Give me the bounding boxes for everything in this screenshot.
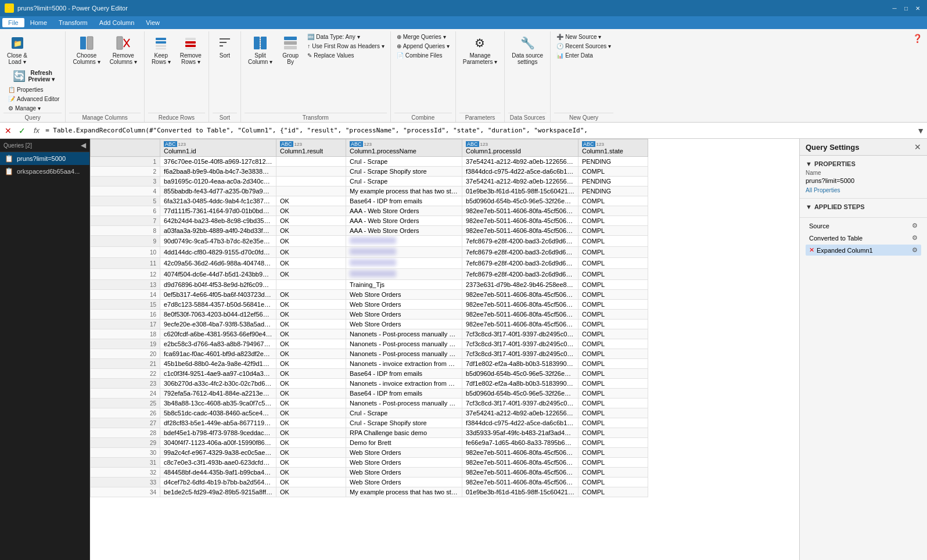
table-row[interactable]: 13d9d76896-b04f-4f53-8e9d-b2f6c092e64dTr… xyxy=(91,280,648,290)
table-row[interactable]: 124074f504-dc6e-44d7-b5d1-243bb94717ffOK… xyxy=(91,269,648,280)
title-bar-controls[interactable]: ─ □ ✕ xyxy=(890,3,922,13)
table-row[interactable]: 2f6a2baa8-b9e9-4b0a-b4c7-3e3838e2a7eeCru… xyxy=(91,167,648,177)
table-row[interactable]: 4855babdb-fe43-4d77-a235-0b79a9b19b6fMy … xyxy=(91,186,648,196)
step-source[interactable]: Source ⚙ xyxy=(806,220,921,231)
table-row[interactable]: 18c620fcdf-a6be-4381-9563-66ef90e408d6OK… xyxy=(91,329,648,339)
cell-id: 4dd144dc-cf80-4829-9155-d70c0fdeaf65 xyxy=(160,247,276,258)
left-panel-collapse-button[interactable]: ◀ xyxy=(81,141,86,149)
table-row[interactable]: 20fca691ac-f0ac-4601-bf9d-a823df2e166cOK… xyxy=(91,349,648,359)
menu-home[interactable]: Home xyxy=(24,18,53,27)
table-row[interactable]: 2145b1be6d-88b0-4e2a-9a8e-42f9d179c92aOK… xyxy=(91,359,648,369)
remove-rows-button[interactable]: RemoveRows ▾ xyxy=(177,33,205,67)
step-converted[interactable]: Converted to Table ⚙ xyxy=(806,232,921,243)
data-type-button[interactable]: 🔤 Data Type: Any ▾ xyxy=(305,33,386,41)
table-row[interactable]: 140ef5b317-4e66-4f05-ba6f-f403723d9f6eOK… xyxy=(91,290,648,300)
table-row[interactable]: 23306b270d-a33c-4fc2-b30c-02c7bd6a2405OK… xyxy=(91,379,648,389)
cell-processname: CruI - Scrape xyxy=(346,408,462,418)
table-row[interactable]: 677d111f5-7361-4164-97d0-01b0bd9cefc1OKA… xyxy=(91,206,648,216)
table-row[interactable]: 56fa321a3-0485-4ddc-9ab4-fc1c387153cbOKB… xyxy=(91,196,648,206)
append-queries-button[interactable]: ⊕ Append Queries ▾ xyxy=(394,42,452,51)
table-row[interactable]: 1142c09a56-36d2-46d6-988a-4047486dc6d7OK… xyxy=(91,258,648,269)
table-row[interactable]: 7642b24d4-ba23-48eb-8c98-c9bd35211d0aOKA… xyxy=(91,216,648,226)
split-column-button[interactable]: SplitColumn ▾ xyxy=(245,33,276,67)
help-button[interactable]: ❓ xyxy=(908,31,927,122)
recent-sources-button[interactable]: 🕐 Recent Sources ▾ xyxy=(554,42,613,51)
cell-result: OK xyxy=(276,369,346,379)
table-row[interactable]: 31c8c7e0e3-c3f1-493b-aae0-623dcfddcbc8OK… xyxy=(91,458,648,468)
data-grid-container[interactable]: ABC123 Column1.id ABC123 Column1.result xyxy=(90,139,799,560)
col-header-processname[interactable]: ABC123 Column1.processName xyxy=(346,139,462,157)
table-row[interactable]: 168e0f530f-7063-4203-b044-d12ef568210OKW… xyxy=(91,310,648,320)
minimize-button[interactable]: ─ xyxy=(890,3,899,13)
combine-sub-buttons: ⊕ Merge Queries ▾ ⊕ Append Queries ▾ 📄 C… xyxy=(394,33,452,60)
cell-processname: Web Store Orders xyxy=(346,458,462,468)
table-row[interactable]: 8a03faa3a-92bb-4889-a4f0-24bd33f5a248OKA… xyxy=(91,226,648,236)
advanced-editor-button[interactable]: 📝 Advanced Editor xyxy=(6,95,62,103)
col-header-result[interactable]: ABC123 Column1.result xyxy=(276,139,346,157)
cell-id: d9d76896-b04f-4f53-8e9d-b2f6c092e64d xyxy=(160,280,276,290)
query-item-0[interactable]: 📋 pruns?limit=5000 xyxy=(0,152,89,165)
combine-files-button[interactable]: 📄 Combine Files xyxy=(394,51,452,60)
table-row[interactable]: 24792efa5a-7612-4b41-884e-a2213e43b61eOK… xyxy=(91,389,648,399)
col-header-state[interactable]: ABC123 Column1.state xyxy=(579,139,648,157)
table-row[interactable]: 3099a2c4cf-e967-4329-9a38-ec0c5ae3750dOK… xyxy=(91,448,648,458)
table-row[interactable]: 34be1de2c5-fd29-49a2-89b5-9215a8ff4203OK… xyxy=(91,487,648,497)
name-value[interactable]: pruns?limit=5000 xyxy=(806,177,921,184)
menu-transform[interactable]: Transform xyxy=(53,18,94,27)
table-row[interactable]: 104dd144dc-cf80-4829-9155-d70c0fdeaf65OK… xyxy=(91,247,648,258)
sort-button[interactable]: Sort xyxy=(213,33,237,61)
table-row[interactable]: 33d4cef7b2-6dfd-4b19-b7bb-ba2d5640c3b1OK… xyxy=(91,478,648,487)
cell-processname: Nanonets - Post-process manually verifie… xyxy=(346,339,462,349)
cell-id: 77d111f5-7361-4164-97d0-01b0bd9cefc1 xyxy=(160,206,276,216)
menu-add-column[interactable]: Add Column xyxy=(94,18,141,27)
new-source-button[interactable]: ➕ New Source ▾ xyxy=(554,33,613,41)
formula-expand-button[interactable]: ▼ xyxy=(917,126,925,135)
replace-values-button[interactable]: ✎ Replace Values xyxy=(305,51,386,60)
formula-close-button[interactable]: ✕ xyxy=(2,126,14,135)
use-first-row-button[interactable]: ↑ Use First Row as Headers ▾ xyxy=(305,42,386,51)
menu-file[interactable]: File xyxy=(2,18,24,27)
all-properties-link[interactable]: All Properties xyxy=(806,187,840,193)
table-row[interactable]: 179ecfe20e-e308-4ba7-93f8-538a5ad5fe27OK… xyxy=(91,320,648,329)
right-panel-close-button[interactable]: ✕ xyxy=(914,142,921,152)
step-source-gear[interactable]: ⚙ xyxy=(912,222,918,229)
step-expanded[interactable]: ✕ Expanded Column1 ⚙ xyxy=(806,245,921,256)
col-header-processid[interactable]: ABC123 Column1.processId xyxy=(462,139,579,157)
query-item-1[interactable]: 📋 orkspacesd6b65aa4... xyxy=(0,165,89,178)
cell-processname: Base64 - IDP from emails xyxy=(346,389,462,399)
table-row[interactable]: 32484458bf-de44-435b-9af1-b99cba428eacOK… xyxy=(91,468,648,478)
properties-button[interactable]: 📋 Properties xyxy=(6,85,62,94)
enter-data-button[interactable]: 📊 Enter Data xyxy=(554,51,613,60)
close-load-button[interactable]: 📁 Close &Load ▾ xyxy=(3,33,31,67)
col-header-id[interactable]: ABC123 Column1.id xyxy=(160,139,276,157)
table-row[interactable]: 990d0749c-9ca5-47b3-b7dc-82e35e115e69OK7… xyxy=(91,236,648,247)
merge-queries-button[interactable]: ⊕ Merge Queries ▾ xyxy=(394,33,452,41)
choose-columns-button[interactable]: ChooseColumns ▾ xyxy=(69,33,103,67)
table-row[interactable]: 1376c70ee-015e-40f8-a969-127c812f98bcCru… xyxy=(91,157,648,167)
manage-params-button[interactable]: ⚙ ManageParameters ▾ xyxy=(459,33,501,67)
table-row[interactable]: 28bdef45e1-b798-4f73-9788-9ceddacd0a43OK… xyxy=(91,428,648,438)
remove-columns-button[interactable]: RemoveColumns ▾ xyxy=(106,33,141,67)
table-row[interactable]: 293040f4f7-1123-406a-a00f-15990f860996OK… xyxy=(91,438,648,448)
refresh-preview-button[interactable]: 🔄 RefreshPreview ▾ xyxy=(6,67,62,85)
table-row[interactable]: 265b8c51dc-cadc-4038-8460-ac5ce4e8c6b5OK… xyxy=(91,408,648,418)
step-converted-gear[interactable]: ⚙ xyxy=(912,234,918,242)
use-first-row-label: Use First Row as Headers ▾ xyxy=(312,43,384,49)
ribbon-group-transform: SplitColumn ▾ GroupBy 🔤 Data Type: Any ▾… xyxy=(241,31,391,122)
formula-input[interactable]: = Table.ExpandRecordColumn(#"Converted t… xyxy=(45,127,914,134)
menu-view[interactable]: View xyxy=(140,18,166,27)
formula-check-button[interactable]: ✓ xyxy=(16,126,28,135)
data-source-settings-button[interactable]: 🔧 Data sourcesettings xyxy=(508,33,547,67)
table-row[interactable]: 22c1c0f3f4-9251-4ae9-aa97-c10d4a320147OK… xyxy=(91,369,648,379)
group-by-button[interactable]: GroupBy xyxy=(278,33,303,67)
close-button[interactable]: ✕ xyxy=(913,3,922,13)
maximize-button[interactable]: □ xyxy=(901,3,911,13)
table-row[interactable]: 19e2bc58c3-d766-4a83-a8b8-79496737aed0OK… xyxy=(91,339,648,349)
table-row[interactable]: 27df28cf83-b5e1-449e-ab5a-8677119da548bO… xyxy=(91,418,648,428)
keep-rows-button[interactable]: KeepRows ▾ xyxy=(148,33,174,67)
manage-button[interactable]: ⚙ Manage ▾ xyxy=(6,104,62,113)
step-expanded-gear[interactable]: ⚙ xyxy=(912,246,918,254)
table-row[interactable]: 15e7d8c123-5884-4357-b50d-56841ee4e8...O… xyxy=(91,300,648,310)
table-row[interactable]: 3ba91695c-0120-4eaa-ac0a-2d340c09cb16Cru… xyxy=(91,177,648,186)
table-row[interactable]: 253b48a88-13cc-4608-ab35-9ca0f7c5d57OKNa… xyxy=(91,399,648,408)
